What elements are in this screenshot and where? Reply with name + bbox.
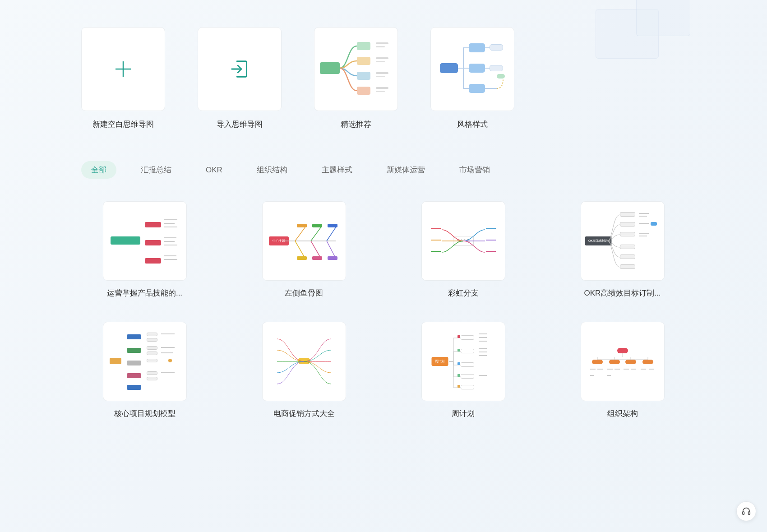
plus-icon [114,60,133,79]
svg-line-6 [295,241,305,258]
new-blank-label: 新建空白思维导图 [92,119,154,130]
tab-okr[interactable]: OKR [196,162,232,178]
template-label: 电商促销方式大全 [273,408,335,419]
template-thumb: 周计划 [427,330,499,393]
tab-report-summary[interactable]: 汇报总结 [131,161,181,179]
template-label: 周计划 [452,408,475,419]
tab-theme-style[interactable]: 主题样式 [312,161,362,179]
template-thumb: 中心主题 [268,209,340,273]
import-icon [229,59,250,79]
svg-line-4 [311,227,321,241]
svg-line-8 [327,241,336,258]
tab-new-media[interactable]: 新媒体运营 [377,161,435,179]
support-button[interactable] [736,501,756,521]
template-label: 运营掌握产品技能的... [107,288,182,298]
template-rainbow[interactable]: 中心主题 [421,201,505,281]
import-mindmap-card[interactable] [198,27,282,111]
template-label: OKR高绩效目标订制... [584,288,661,298]
featured-thumb-icon [320,40,392,98]
style-thumb-icon [436,40,508,98]
tab-marketing[interactable]: 市场营销 [449,161,500,179]
top-action-cards: 新建空白思维导图 导入思维导图 [81,27,686,130]
template-okr[interactable]: OKR目标制定 [581,201,665,281]
svg-line-3 [295,227,305,241]
headphone-icon [741,506,751,516]
svg-line-7 [311,241,321,258]
featured-label: 精选推荐 [341,119,371,130]
import-label: 导入思维导图 [217,119,263,130]
template-thumb: OKR目标制定 [587,209,659,273]
template-ecommerce[interactable] [262,322,346,401]
template-thumb [587,330,659,393]
style-label: 风格样式 [457,119,488,130]
featured-templates-card[interactable] [314,27,398,111]
category-tabs: 全部 汇报总结 OKR 组织结构 主题样式 新媒体运营 市场营销 [81,161,686,179]
template-thumb [109,209,181,273]
template-thumb [268,330,340,393]
template-fishbone[interactable]: 中心主题 [262,201,346,281]
new-blank-mindmap-card[interactable] [81,27,165,111]
template-grid: 运营掌握产品技能的... 中心主题 [81,201,686,419]
template-label: 核心项目规划模型 [114,408,176,419]
template-org-chart[interactable] [581,322,665,401]
svg-rect-9 [743,512,744,514]
template-week-plan[interactable]: 周计划 [421,322,505,401]
svg-rect-10 [749,512,750,514]
template-thumb [109,330,181,393]
template-label: 左侧鱼骨图 [285,288,323,298]
template-label: 彩虹分支 [448,288,479,298]
style-templates-card[interactable] [430,27,514,111]
template-thumb: 中心主题 [427,209,499,273]
template-label: 组织架构 [607,408,638,419]
svg-line-5 [327,227,336,241]
template-project-plan[interactable] [103,322,187,401]
template-ops-skills[interactable] [103,201,187,281]
tab-org-structure[interactable]: 组织结构 [247,161,297,179]
tab-all[interactable]: 全部 [81,161,116,179]
